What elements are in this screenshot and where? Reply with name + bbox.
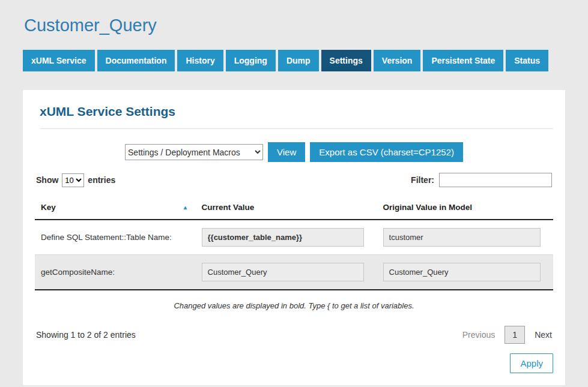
export-csv-button[interactable]: Export as CSV (charset=CP1252) [310,142,463,162]
table-controls: Show 10 entries Filter: [35,173,553,187]
settings-table: Key ▲ Current Value Original Value in Mo… [35,196,553,290]
tab-bar: xUML Service Documentation History Loggi… [23,50,565,71]
table-footer: Showing 1 to 2 of 2 entries Previous 1 N… [35,326,553,344]
column-header-original-label: Original Value in Model [383,203,473,212]
current-value-input[interactable] [202,263,365,281]
tab-version[interactable]: Version [374,50,421,71]
next-page-button[interactable]: Next [535,330,552,340]
tab-settings[interactable]: Settings [321,50,371,71]
panel-heading: xUML Service Settings [40,104,553,129]
apply-row: Apply [35,353,553,373]
row-key-label: Define SQL Statement::Table Name: [35,220,196,255]
settings-panel: xUML Service Settings Settings / Deploym… [23,90,565,385]
page: Customer_Query xUML Service Documentatio… [0,0,588,387]
tab-status[interactable]: Status [506,50,548,71]
table-header-row: Key ▲ Current Value Original Value in Mo… [35,196,553,220]
page-number-button[interactable]: 1 [505,326,525,344]
previous-page-button[interactable]: Previous [462,330,495,340]
sort-ascending-icon: ▲ [183,204,189,211]
showing-entries-text: Showing 1 to 2 of 2 entries [36,330,136,340]
tab-dump[interactable]: Dump [278,50,319,71]
hint-note: Changed values are displayed in bold. Ty… [35,301,553,310]
show-label: Show [36,175,58,185]
page-length-control: Show 10 entries [36,173,115,187]
tab-xuml-service[interactable]: xUML Service [23,50,95,71]
column-header-key-label: Key [41,203,56,212]
current-value-input[interactable] [202,228,365,247]
column-header-original-value[interactable]: Original Value in Model [377,196,553,220]
column-header-key[interactable]: Key ▲ [35,196,196,220]
row-key-label: getCompositeName: [35,255,196,290]
column-header-current-value[interactable]: Current Value [196,196,377,220]
filter-input[interactable] [439,173,552,187]
table-row: Define SQL Statement::Table Name: [35,220,553,255]
entries-label: entries [88,175,115,185]
macro-type-select[interactable]: Settings / Deployment Macros [125,144,263,160]
tab-documentation[interactable]: Documentation [97,50,175,71]
page-title: Customer_Query [24,16,565,35]
column-header-current-label: Current Value [202,203,255,212]
macro-toolbar: Settings / Deployment Macros View Export… [35,142,553,162]
original-value-field [383,228,541,247]
filter-control: Filter: [411,173,552,187]
apply-button[interactable]: Apply [510,353,553,373]
tab-persistent-state[interactable]: Persistent State [423,50,503,71]
filter-label: Filter: [411,175,434,185]
table-row: getCompositeName: [35,255,553,290]
pagination: Previous 1 Next [462,326,552,344]
page-length-select[interactable]: 10 [62,173,84,187]
tab-history[interactable]: History [177,50,223,71]
view-button[interactable]: View [268,142,305,162]
original-value-field [383,263,541,281]
tab-logging[interactable]: Logging [226,50,276,71]
